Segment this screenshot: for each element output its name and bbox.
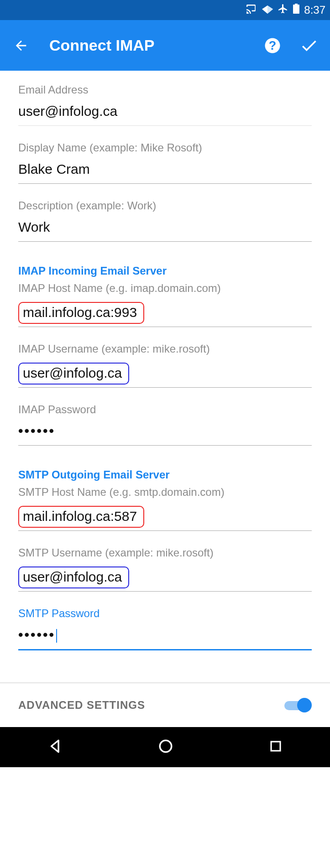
imap-host-input[interactable]: mail.infolog.ca:993 [18,302,144,324]
app-bar: Connect IMAP ? [0,20,330,71]
smtp-user-label: SMTP Username (example: mike.rosoft) [18,546,312,559]
page-title: Connect IMAP [49,36,262,54]
imap-host-label: IMAP Host Name (e.g. imap.domain.com) [18,282,312,295]
nav-home-button[interactable] [158,738,173,756]
display-name-input[interactable] [18,159,312,184]
system-nav-bar [0,727,330,767]
display-name-label: Display Name (example: Mike Rosoft) [18,141,312,154]
status-bar: 8:37 [0,0,330,20]
imap-user-label: IMAP Username (example: mike.rosoft) [18,343,312,355]
description-label: Description (example: Work) [18,199,312,212]
imap-user-input[interactable]: user@infolog.ca [18,363,129,385]
wifi-icon [262,4,273,16]
description-input[interactable] [18,217,312,242]
nav-recent-button[interactable] [269,739,283,755]
smtp-pass-label: SMTP Password [18,607,312,620]
smtp-host-input[interactable]: mail.infolog.ca:587 [18,506,144,528]
display-name-field[interactable]: Display Name (example: Mike Rosoft) [18,141,312,184]
email-field[interactable]: Email Address [18,83,312,126]
airplane-icon [278,3,288,17]
advanced-settings-toggle[interactable] [284,697,312,713]
smtp-pass-input[interactable]: •••••• [18,624,312,650]
help-button[interactable]: ? [262,36,283,56]
smtp-pass-field[interactable]: SMTP Password •••••• [18,607,312,650]
smtp-section-title: SMTP Outgoing Email Server [18,468,312,481]
back-button[interactable] [11,36,31,56]
imap-host-field[interactable]: IMAP Host Name (e.g. imap.domain.com) ma… [18,282,312,327]
description-field[interactable]: Description (example: Work) [18,199,312,242]
text-cursor [56,629,57,643]
imap-user-field[interactable]: IMAP Username (example: mike.rosoft) use… [18,343,312,388]
imap-section-title: IMAP Incoming Email Server [18,265,312,277]
smtp-host-field[interactable]: SMTP Host Name (e.g. smtp.domain.com) ma… [18,486,312,531]
svg-rect-3 [271,742,280,751]
svg-text:?: ? [269,39,277,52]
email-input[interactable] [18,101,312,126]
advanced-settings-label: ADVANCED SETTINGS [18,699,145,712]
battery-icon [293,4,299,16]
svg-point-2 [160,740,172,752]
imap-pass-input[interactable]: •••••• [18,421,312,446]
email-label: Email Address [18,83,312,96]
nav-back-button[interactable] [47,738,63,756]
status-time: 8:37 [304,4,325,16]
smtp-user-field[interactable]: SMTP Username (example: mike.rosoft) use… [18,546,312,592]
imap-pass-label: IMAP Password [18,403,312,416]
advanced-settings-row[interactable]: ADVANCED SETTINGS [0,682,330,727]
smtp-user-input[interactable]: user@infolog.ca [18,567,129,588]
cast-icon [246,4,257,16]
confirm-button[interactable] [299,36,319,56]
imap-pass-field[interactable]: IMAP Password •••••• [18,403,312,446]
smtp-host-label: SMTP Host Name (e.g. smtp.domain.com) [18,486,312,499]
